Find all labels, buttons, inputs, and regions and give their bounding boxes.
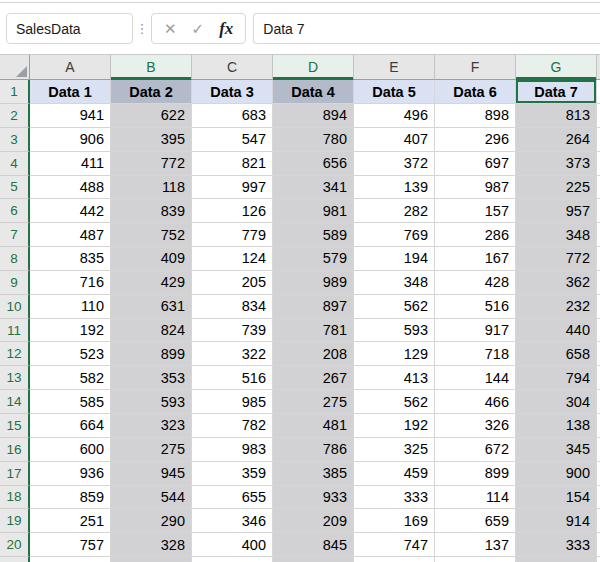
cell-F19[interactable]: 659 xyxy=(435,509,516,533)
cell-F14[interactable]: 466 xyxy=(435,390,516,414)
cell-F3[interactable]: 296 xyxy=(435,128,516,152)
row-header-10[interactable]: 10 xyxy=(0,295,30,319)
cell-D5[interactable]: 341 xyxy=(273,176,354,200)
cell-F7[interactable]: 286 xyxy=(435,223,516,247)
cell-A10[interactable]: 110 xyxy=(30,295,111,319)
cell-A6[interactable]: 442 xyxy=(30,199,111,223)
cell-C20[interactable]: 400 xyxy=(192,533,273,557)
row-header-18[interactable]: 18 xyxy=(0,486,30,510)
cell-B8[interactable]: 409 xyxy=(111,247,192,271)
cell-C16[interactable]: 983 xyxy=(192,438,273,462)
cell-A7[interactable]: 487 xyxy=(30,223,111,247)
cell-A4[interactable]: 411 xyxy=(30,152,111,176)
cell-A19[interactable]: 251 xyxy=(30,509,111,533)
cell-F21[interactable] xyxy=(435,557,516,562)
row-header-5[interactable]: 5 xyxy=(0,176,30,200)
cell-D20[interactable]: 845 xyxy=(273,533,354,557)
row-header-3[interactable]: 3 xyxy=(0,128,30,152)
row-header-14[interactable]: 14 xyxy=(0,390,30,414)
cell-F5[interactable]: 987 xyxy=(435,176,516,200)
cell-F16[interactable]: 672 xyxy=(435,438,516,462)
cell-E2[interactable]: 496 xyxy=(354,104,435,128)
cell-G8[interactable]: 772 xyxy=(516,247,597,271)
cell-D15[interactable]: 481 xyxy=(273,414,354,438)
cell-D7[interactable]: 589 xyxy=(273,223,354,247)
cell-F18[interactable]: 114 xyxy=(435,486,516,510)
cell-E11[interactable]: 593 xyxy=(354,319,435,343)
cell-C6[interactable]: 126 xyxy=(192,199,273,223)
cell-C21[interactable] xyxy=(192,557,273,562)
cell-G16[interactable]: 345 xyxy=(516,438,597,462)
cell-E14[interactable]: 562 xyxy=(354,390,435,414)
cell-C3[interactable]: 547 xyxy=(192,128,273,152)
cell-G11[interactable]: 440 xyxy=(516,319,597,343)
cell-B18[interactable]: 544 xyxy=(111,486,192,510)
cell-B1[interactable]: Data 2 xyxy=(111,80,192,104)
cell-E9[interactable]: 348 xyxy=(354,271,435,295)
cell-C7[interactable]: 779 xyxy=(192,223,273,247)
cell-G6[interactable]: 957 xyxy=(516,199,597,223)
cell-B6[interactable]: 839 xyxy=(111,199,192,223)
cell-B2[interactable]: 622 xyxy=(111,104,192,128)
cell-B5[interactable]: 118 xyxy=(111,176,192,200)
cell-E16[interactable]: 325 xyxy=(354,438,435,462)
cell-D3[interactable]: 780 xyxy=(273,128,354,152)
cell-B16[interactable]: 275 xyxy=(111,438,192,462)
cell-D16[interactable]: 786 xyxy=(273,438,354,462)
cell-C18[interactable]: 655 xyxy=(192,486,273,510)
row-header-8[interactable]: 8 xyxy=(0,247,30,271)
row-header-15[interactable]: 15 xyxy=(0,414,30,438)
cell-F1[interactable]: Data 6 xyxy=(435,80,516,104)
cell-F12[interactable]: 718 xyxy=(435,342,516,366)
cell-B19[interactable]: 290 xyxy=(111,509,192,533)
cell-B3[interactable]: 395 xyxy=(111,128,192,152)
cell-F4[interactable]: 697 xyxy=(435,152,516,176)
cell-B20[interactable]: 328 xyxy=(111,533,192,557)
cell-F11[interactable]: 917 xyxy=(435,319,516,343)
cell-A1[interactable]: Data 1 xyxy=(30,80,111,104)
cell-E6[interactable]: 282 xyxy=(354,199,435,223)
cell-A2[interactable]: 941 xyxy=(30,104,111,128)
formula-input[interactable]: Data 7 xyxy=(253,13,600,44)
enter-icon[interactable]: ✓ xyxy=(192,21,205,36)
cell-F9[interactable]: 428 xyxy=(435,271,516,295)
cancel-icon[interactable]: ✕ xyxy=(164,21,177,36)
row-header-20[interactable]: 20 xyxy=(0,533,30,557)
name-box-resize-handle[interactable]: ⋮ xyxy=(133,22,151,35)
name-box[interactable]: SalesData xyxy=(6,13,133,44)
cell-D21[interactable] xyxy=(273,557,354,562)
cell-G19[interactable]: 914 xyxy=(516,509,597,533)
cell-B17[interactable]: 945 xyxy=(111,462,192,486)
cell-A12[interactable]: 523 xyxy=(30,342,111,366)
cell-E20[interactable]: 747 xyxy=(354,533,435,557)
cell-C14[interactable]: 985 xyxy=(192,390,273,414)
cell-A15[interactable]: 664 xyxy=(30,414,111,438)
row-header-11[interactable]: 11 xyxy=(0,319,30,343)
cell-C1[interactable]: Data 3 xyxy=(192,80,273,104)
cell-G14[interactable]: 304 xyxy=(516,390,597,414)
select-all-button[interactable] xyxy=(0,55,30,80)
cell-G15[interactable]: 138 xyxy=(516,414,597,438)
cell-C10[interactable]: 834 xyxy=(192,295,273,319)
cell-C4[interactable]: 821 xyxy=(192,152,273,176)
column-header-F[interactable]: F xyxy=(435,55,516,80)
cell-F6[interactable]: 157 xyxy=(435,199,516,223)
cell-C8[interactable]: 124 xyxy=(192,247,273,271)
cell-E15[interactable]: 192 xyxy=(354,414,435,438)
column-header-G[interactable]: G xyxy=(516,55,597,80)
cell-C13[interactable]: 516 xyxy=(192,366,273,390)
cell-E3[interactable]: 407 xyxy=(354,128,435,152)
cell-B9[interactable]: 429 xyxy=(111,271,192,295)
cell-C11[interactable]: 739 xyxy=(192,319,273,343)
cell-D18[interactable]: 933 xyxy=(273,486,354,510)
cell-E19[interactable]: 169 xyxy=(354,509,435,533)
cell-G21[interactable] xyxy=(516,557,597,562)
cell-D10[interactable]: 897 xyxy=(273,295,354,319)
cell-C2[interactable]: 683 xyxy=(192,104,273,128)
cell-C17[interactable]: 359 xyxy=(192,462,273,486)
cell-A11[interactable]: 192 xyxy=(30,319,111,343)
cell-D19[interactable]: 209 xyxy=(273,509,354,533)
cell-G2[interactable]: 813 xyxy=(516,104,597,128)
cell-A21[interactable] xyxy=(30,557,111,562)
cell-G10[interactable]: 232 xyxy=(516,295,597,319)
